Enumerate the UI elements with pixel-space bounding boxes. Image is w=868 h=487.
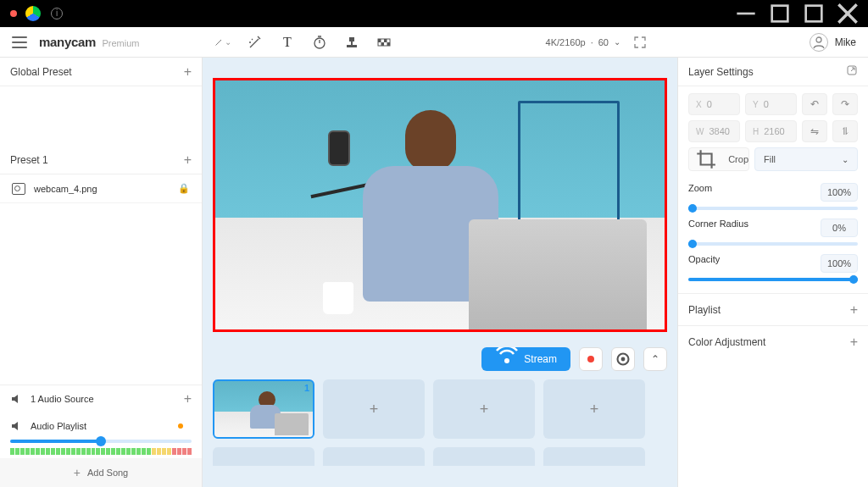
- preset-thumb-5[interactable]: [213, 447, 314, 466]
- opacity-label: Opacity: [688, 254, 720, 273]
- layer-h-input[interactable]: H2160: [745, 120, 797, 142]
- text-tool-icon[interactable]: T: [279, 34, 296, 51]
- svg-point-15: [621, 357, 626, 362]
- center-panel: Stream ⌃ 1 + + +: [203, 58, 677, 487]
- snapshot-button[interactable]: [611, 347, 635, 371]
- window-titlebar: i: [0, 0, 868, 27]
- svg-rect-3: [806, 6, 822, 22]
- opacity-slider[interactable]: [688, 278, 858, 281]
- playlist-section-header[interactable]: Playlist+: [678, 293, 868, 325]
- svg-point-12: [816, 37, 821, 42]
- add-audio-source-button[interactable]: +: [184, 391, 192, 407]
- fill-mode-select[interactable]: Fill⌄: [754, 147, 858, 171]
- add-global-preset-button[interactable]: +: [184, 64, 192, 80]
- record-button[interactable]: [579, 347, 603, 371]
- image-icon: [12, 183, 25, 195]
- preset-thumb-4[interactable]: +: [543, 379, 645, 439]
- radius-slider[interactable]: [688, 242, 858, 246]
- svg-rect-10: [381, 42, 385, 46]
- preset-thumb-2[interactable]: +: [323, 379, 425, 439]
- preset-thumb-3[interactable]: +: [433, 379, 535, 439]
- window-dot-icon: [10, 10, 17, 17]
- source-filename: webcam_4.png: [34, 184, 97, 194]
- resolution-selector[interactable]: 4K/2160p·60⌄: [546, 35, 648, 50]
- left-sidebar: Global Preset + Preset 1 + webcam_4.png …: [0, 58, 203, 487]
- preset-thumb-1[interactable]: 1: [213, 379, 314, 439]
- timer-tool-icon[interactable]: [311, 34, 328, 51]
- audio-source-header[interactable]: 1 Audio Source +: [0, 385, 202, 412]
- layer-x-input[interactable]: X0: [688, 93, 740, 115]
- layer-w-input[interactable]: W3840: [688, 120, 740, 142]
- svg-point-13: [504, 358, 509, 363]
- window-maximize-button[interactable]: [797, 0, 831, 27]
- preset-thumb-7[interactable]: [433, 447, 535, 466]
- window-close-button[interactable]: [831, 0, 865, 27]
- zoom-label: Zoom: [688, 183, 712, 202]
- global-preset-header[interactable]: Global Preset +: [0, 58, 202, 86]
- volume-icon: [10, 393, 22, 405]
- lock-icon[interactable]: 🔒: [178, 183, 190, 194]
- zoom-slider[interactable]: [688, 207, 858, 210]
- preset-thumb-8[interactable]: [543, 447, 645, 466]
- audio-volume-slider[interactable]: [10, 440, 192, 443]
- stream-button[interactable]: Stream: [481, 347, 570, 371]
- flip-vertical-button[interactable]: ⥮: [832, 120, 858, 142]
- preset-thumb-6[interactable]: [323, 447, 425, 466]
- preset-header[interactable]: Preset 1 +: [0, 146, 202, 174]
- svg-rect-8: [378, 39, 381, 42]
- opacity-value[interactable]: 100%: [821, 254, 858, 273]
- crop-button[interactable]: Crop: [688, 147, 749, 171]
- flip-horizontal-button[interactable]: ⇋: [802, 120, 827, 142]
- help-icon[interactable]: i: [49, 6, 64, 21]
- undo-button[interactable]: ↶: [802, 93, 827, 115]
- radius-label: Corner Radius: [688, 219, 748, 237]
- layer-settings-header: Layer Settings: [678, 58, 868, 86]
- color-adjustment-section-header[interactable]: Color Adjustment+: [678, 325, 868, 357]
- app-logo-icon: [25, 6, 41, 21]
- brand-name: manycam: [39, 35, 96, 49]
- user-name: Mike: [835, 36, 856, 48]
- window-restore-button[interactable]: [763, 0, 797, 27]
- stamp-tool-icon[interactable]: [343, 34, 360, 51]
- brand-tier: Premium: [102, 38, 139, 48]
- wand-tool-icon[interactable]: ⌄: [214, 34, 231, 51]
- right-panel: Layer Settings X0 Y0 ↶ ↷ W3840 H2160 ⇋ ⥮…: [677, 58, 868, 487]
- avatar-icon[interactable]: [810, 33, 828, 52]
- menu-icon[interactable]: [12, 36, 27, 48]
- status-dot-icon: [178, 423, 183, 429]
- audio-level-meter: [10, 448, 192, 455]
- collapse-thumbs-button[interactable]: ⌃: [643, 347, 667, 371]
- volume-icon: [10, 420, 22, 432]
- radius-value[interactable]: 0%: [821, 219, 858, 237]
- svg-rect-11: [387, 42, 391, 46]
- checker-tool-icon[interactable]: [376, 34, 392, 51]
- zoom-value[interactable]: 100%: [821, 183, 858, 202]
- app-topbar: manycam Premium ⌄ T 4K/2160p·60⌄ Mike: [0, 27, 868, 58]
- source-item[interactable]: webcam_4.png 🔒: [0, 174, 202, 203]
- layer-y-input[interactable]: Y0: [745, 93, 797, 115]
- fullscreen-icon[interactable]: [632, 35, 648, 50]
- add-preset-source-button[interactable]: +: [184, 152, 192, 168]
- svg-rect-9: [384, 39, 387, 42]
- add-song-button[interactable]: +Add Song: [0, 458, 202, 487]
- window-minimize-button[interactable]: [729, 0, 763, 27]
- popout-icon[interactable]: [846, 64, 858, 79]
- sparkle-tool-icon[interactable]: [247, 34, 264, 51]
- svg-rect-1: [772, 6, 788, 22]
- preview-canvas[interactable]: [213, 78, 667, 332]
- redo-button[interactable]: ↷: [832, 93, 858, 115]
